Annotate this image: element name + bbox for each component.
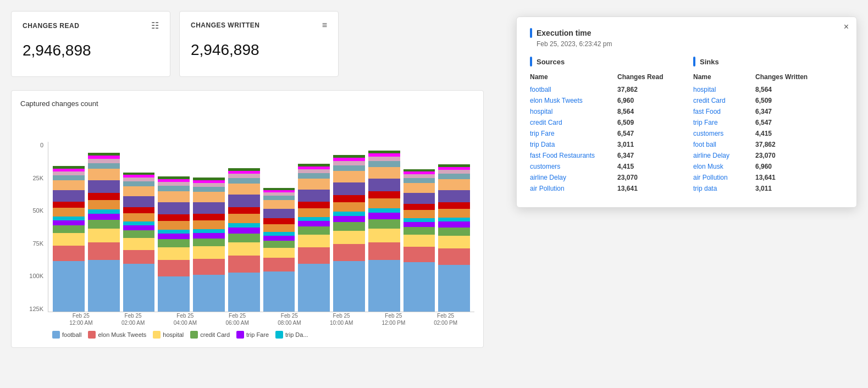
bar-stack (368, 151, 400, 312)
bar-segment (333, 195, 365, 202)
bar-segment (263, 258, 295, 271)
sink-name: elon Musk (693, 161, 755, 172)
bar-group (53, 142, 85, 312)
bar-segment (263, 196, 295, 200)
bar-segment (228, 195, 260, 207)
bar-segment (88, 242, 120, 260)
table-row: hospital8,564 (530, 106, 680, 117)
bar-segment (158, 247, 190, 260)
bar-segment (263, 236, 295, 241)
bar-segment (298, 173, 330, 179)
bar-segment (368, 260, 400, 312)
sink-value: 4,415 (755, 128, 843, 139)
bar-segment (333, 216, 365, 222)
bar-segment (368, 157, 400, 161)
changes-read-value: 2,946,898 (23, 42, 159, 59)
bar-segment (228, 242, 260, 256)
chart-title: Captured changes count (20, 99, 474, 108)
bar-segment (438, 174, 470, 179)
bar-segment (53, 220, 85, 225)
bar-segment (53, 233, 85, 246)
legend-color-box (275, 331, 283, 339)
sinks-title: Sinks (693, 57, 843, 66)
y-axis-label: 50K (20, 207, 43, 214)
bar-segment (298, 235, 330, 247)
table-row: football37,862 (530, 84, 680, 95)
bar-segment (298, 247, 330, 264)
bar-segment (53, 171, 85, 175)
bar-segment (53, 202, 85, 208)
sink-value: 8,564 (755, 84, 843, 95)
sink-name: trip Fare (693, 117, 755, 128)
source-value: 8,564 (617, 106, 680, 117)
bar-segment (228, 228, 260, 234)
bar-segment (263, 224, 295, 232)
execution-date: Feb 25, 2023, 6:23:42 pm (537, 40, 843, 48)
sources-col: Sources Name Changes Read football37,862… (530, 57, 680, 194)
bar-segment (368, 229, 400, 242)
y-axis-label: 0 (20, 142, 43, 148)
sources-blue-bar (530, 57, 532, 66)
bar-segment (53, 246, 85, 261)
bar-group (438, 142, 470, 312)
bar-segment (228, 184, 260, 195)
x-axis-label: Feb 2502:00 PM (421, 312, 470, 326)
table-row: hospital8,564 (693, 84, 843, 95)
bar-segment (263, 232, 295, 236)
bar-segment (53, 180, 85, 190)
sink-value: 3,011 (755, 183, 843, 194)
bar-stack (123, 173, 155, 312)
legend-item: trip Fare (236, 331, 269, 339)
bar-segment (193, 187, 225, 192)
bar-group (333, 142, 365, 312)
bar-segment (88, 209, 120, 214)
source-value: 6,347 (617, 150, 680, 161)
legend-color-box (88, 331, 96, 339)
bar-segment (368, 208, 400, 213)
bar-segment (403, 204, 435, 210)
bar-segment (193, 183, 225, 187)
legend-label: hospital (163, 331, 184, 338)
bar-segment (88, 214, 120, 220)
bar-segment (193, 220, 225, 229)
bar-segment (228, 214, 260, 223)
bar-segment (298, 264, 330, 312)
close-button[interactable]: × (844, 23, 849, 31)
bar-segment (228, 223, 260, 228)
bar-segment (403, 178, 435, 183)
bar-segment (228, 234, 260, 242)
legend-item: football (52, 331, 81, 339)
bar-stack (158, 176, 190, 312)
bar-segment (158, 186, 190, 191)
sink-value: 6,509 (755, 95, 843, 106)
table-row: air Pollution13,641 (530, 183, 680, 194)
bar-segment (438, 248, 470, 265)
bar-segment (158, 260, 190, 276)
sink-name: fast Food (693, 106, 755, 117)
bar-segment (298, 202, 330, 208)
bar-group (298, 142, 330, 312)
bar-segment (368, 242, 400, 260)
source-name: air Pollution (530, 183, 617, 194)
bar-segment (123, 264, 155, 312)
bar-segment (438, 190, 470, 202)
bar-segment (403, 235, 435, 247)
bar-segment (53, 190, 85, 202)
sinks-changes-header: Changes Written (755, 72, 843, 84)
legend-color-box (190, 331, 198, 339)
bar-segment (158, 202, 190, 214)
popup-two-col: Sources Name Changes Read football37,862… (530, 57, 843, 194)
bar-segment (53, 175, 85, 180)
source-value: 23,070 (617, 172, 680, 183)
bar-segment (333, 261, 365, 312)
bar-segment (193, 202, 225, 214)
legend-item: elon Musk Tweets (88, 331, 146, 339)
bar-segment (403, 227, 435, 235)
bar-segment (158, 276, 190, 312)
x-axis-label: Feb 2502:00 AM (109, 312, 158, 326)
bar-segment (438, 228, 470, 236)
bar-segment (88, 260, 120, 312)
y-axis: 125K100K75K50K25K0 (20, 142, 48, 312)
sources-table: Name Changes Read football37,862elon Mus… (530, 72, 680, 194)
x-labels: Feb 2512:00 AMFeb 2502:00 AMFeb 2504:00 … (52, 312, 474, 326)
